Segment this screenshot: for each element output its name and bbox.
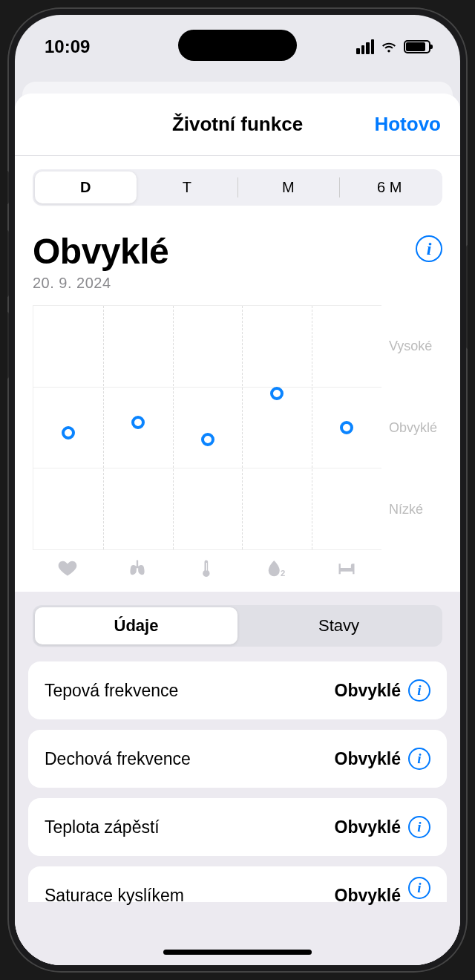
screen: 10:09 Životní funkce Hotovo D T	[15, 15, 460, 965]
metric-value: Obvyklé	[335, 749, 402, 769]
range-tab-month[interactable]: M	[238, 172, 339, 203]
home-indicator[interactable]	[163, 950, 312, 955]
cellular-icon	[356, 39, 374, 54]
range-tab-6month[interactable]: 6 M	[339, 172, 441, 203]
chart-y-label: Nízké	[389, 501, 423, 517]
status-right	[356, 39, 430, 54]
metric-value: Obvyklé	[335, 817, 402, 837]
summary-date: 20. 9. 2024	[33, 275, 168, 292]
metric-row-oxygen-saturation[interactable]: Saturace kyslíkem Obvyklé i	[28, 866, 447, 902]
battery-icon	[404, 40, 430, 53]
info-icon[interactable]: i	[408, 816, 430, 838]
view-tab-states[interactable]: Stavy	[238, 607, 440, 644]
metric-row-respiratory-rate[interactable]: Dechová frekvence Obvyklé i	[28, 730, 447, 788]
side-button	[7, 171, 9, 204]
chart-point[interactable]	[340, 421, 353, 434]
bed-icon	[312, 558, 381, 578]
info-icon[interactable]: i	[408, 679, 430, 702]
info-button[interactable]: i	[416, 235, 442, 262]
side-button	[466, 245, 468, 349]
page-title: Životní funkce	[172, 113, 303, 136]
metric-row-wrist-temp[interactable]: Teplota zápěstí Obvyklé i	[28, 798, 447, 856]
sheet-header: Životní funkce Hotovo	[15, 94, 460, 156]
chart-section: D T M 6 M Obvyklé 20. 9. 2024 i	[15, 156, 460, 592]
data-section: Údaje Stavy Tepová frekvence Obvyklé i D…	[15, 592, 460, 965]
summary-title: Obvyklé	[33, 231, 168, 272]
info-icon[interactable]: i	[408, 877, 430, 899]
range-segmented-control: D T M 6 M	[33, 169, 442, 206]
metric-value: Obvyklé	[335, 681, 402, 701]
thermometer-icon	[172, 558, 242, 578]
view-tab-data[interactable]: Údaje	[35, 607, 238, 644]
heart-icon	[33, 558, 102, 578]
chart-point[interactable]	[201, 433, 214, 446]
wifi-icon	[380, 40, 398, 53]
svg-text:2: 2	[281, 569, 285, 578]
chart-point[interactable]	[62, 426, 75, 440]
dynamic-island	[178, 30, 297, 61]
metric-label: Dechová frekvence	[45, 749, 191, 769]
side-button	[7, 312, 9, 379]
side-button	[7, 230, 9, 297]
chart-x-icons: 2	[33, 558, 442, 578]
vitals-sheet: Životní funkce Hotovo D T M 6 M Obvyklé …	[15, 94, 460, 965]
lungs-icon	[102, 558, 172, 578]
summary-block: Obvyklé 20. 9. 2024 i	[33, 231, 442, 292]
metric-value: Obvyklé	[335, 886, 402, 906]
chart-point[interactable]	[131, 416, 145, 429]
metric-label: Saturace kyslíkem	[45, 886, 184, 906]
metric-row-heart-rate[interactable]: Tepová frekvence Obvyklé i	[28, 662, 447, 719]
range-tab-week[interactable]: T	[137, 172, 238, 203]
phone-frame: 10:09 Životní funkce Hotovo D T	[7, 7, 468, 973]
status-time: 10:09	[45, 36, 90, 57]
metric-label: Tepová frekvence	[45, 681, 178, 701]
vitals-chart[interactable]: VysokéObvykléNízké	[33, 305, 442, 550]
chart-y-label: Obvyklé	[389, 420, 437, 436]
info-icon[interactable]: i	[408, 748, 430, 770]
chart-y-label: Vysoké	[389, 339, 432, 354]
oxygen-icon: 2	[242, 558, 312, 578]
range-tab-day[interactable]: D	[35, 172, 137, 203]
metric-label: Teplota zápěstí	[45, 817, 160, 837]
view-segmented-control: Údaje Stavy	[33, 605, 442, 647]
chart-point[interactable]	[270, 387, 284, 400]
done-button[interactable]: Hotovo	[374, 113, 441, 136]
